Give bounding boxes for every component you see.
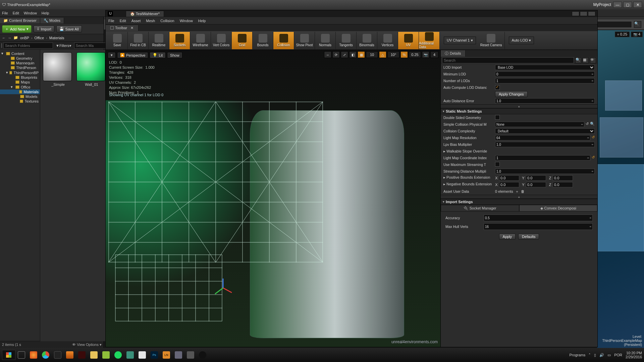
neg-bounds-label[interactable]: ▸ Negative Bounds Extension (443, 182, 492, 187)
language-indicator[interactable]: POR (614, 353, 622, 357)
toolbar-collision-button[interactable]: Collision (273, 32, 294, 49)
firefox-icon[interactable] (28, 350, 40, 360)
auto-lod-dropdown[interactable]: Auto LOD ▾ (509, 37, 534, 44)
save-all-button[interactable]: 💾 Save All (56, 25, 82, 33)
reset-camera-button[interactable]: Reset Camera (478, 32, 505, 49)
menu-help[interactable]: Help (42, 11, 49, 15)
transform-translate-icon[interactable]: ↔ (324, 51, 331, 58)
menu-window[interactable]: Window (24, 11, 37, 15)
walkable-slope-label[interactable]: ▸ Walkable Slope Override (443, 149, 595, 153)
scale-snap-value[interactable]: 0.25 (409, 51, 421, 58)
toolbar-grid-button[interactable]: Grid (232, 32, 253, 49)
tab-modes[interactable]: 🔧 Modes (40, 18, 64, 23)
toolbar-binormals-button[interactable]: Binormals (357, 32, 377, 49)
editor-menu-help[interactable]: Help (198, 19, 206, 23)
editor-menu-window[interactable]: Window (180, 19, 193, 23)
num-lods-field[interactable]: 1 (495, 78, 595, 83)
tree-node-models[interactable]: Models (0, 94, 40, 99)
socket-manager-tab[interactable]: 🔌 Socket Manager (441, 205, 519, 212)
viewport-dropdown[interactable]: ▾ (108, 52, 116, 58)
simple-collision-field[interactable]: None (495, 122, 584, 127)
crumb-1[interactable]: Office (35, 36, 44, 40)
battery-icon[interactable]: ▭ (607, 353, 611, 357)
volume-icon[interactable]: 🔊 (599, 353, 604, 357)
toolbar-realtime-button[interactable]: Realtime (149, 32, 169, 49)
start-button[interactable] (2, 350, 15, 360)
pos-bounds-y[interactable]: 0.0 (526, 175, 546, 181)
eye-icon[interactable]: 👁 (590, 57, 596, 63)
convex-decomp-tab[interactable]: ◈ Convex Decomposi (519, 205, 598, 212)
neg-bounds-y[interactable]: 0.0 (526, 182, 546, 187)
use-max-stream-checkbox[interactable] (495, 162, 500, 167)
pos-bounds-z[interactable]: 0.0 (553, 175, 573, 181)
lod-import-select[interactable]: Base LOD (495, 65, 595, 70)
clear-elements-icon[interactable]: 🗑 (521, 189, 525, 193)
notepad-icon[interactable] (136, 350, 148, 360)
reset-icon[interactable]: ↺ (586, 122, 589, 127)
folder-search-input[interactable] (3, 43, 53, 49)
maximize-button[interactable]: ▢ (623, 2, 632, 8)
editor-min-button[interactable] (572, 11, 579, 16)
tree-node-office[interactable]: ▾Office (0, 84, 40, 89)
level-cam-speed[interactable]: 📷 4 (631, 32, 643, 37)
double-sided-checkbox[interactable] (495, 115, 500, 120)
import-settings-header[interactable]: Import Settings (441, 199, 597, 205)
lpv-bias-field[interactable]: 1.0 (495, 142, 595, 147)
toolbar-sockets-button[interactable]: Sockets (169, 32, 190, 49)
editor-close-button[interactable] (588, 11, 595, 16)
details-tab[interactable]: ⓘ Details (441, 50, 466, 57)
asset-wall01[interactable]: Wall_01 (76, 52, 107, 339)
tree-node-textures[interactable]: Textures (0, 99, 40, 104)
editor-tab[interactable]: 🏠 TestWahtever* (126, 11, 164, 17)
neg-bounds-x[interactable]: 0.0 (499, 182, 519, 187)
toolbar-vertices-button[interactable]: Vertices (377, 32, 398, 49)
camera-speed-icon[interactable]: 📷 (422, 51, 429, 58)
auto-compute-lod-checkbox[interactable] (495, 85, 500, 90)
convex-apply-button[interactable]: Apply (499, 234, 516, 240)
editor-menu-mesh[interactable]: Mesh (146, 19, 155, 23)
tree-node-maps[interactable]: Maps (0, 80, 40, 84)
neg-bounds-z[interactable]: 0.0 (553, 182, 573, 187)
editor-menu-asset[interactable]: Asset (131, 19, 141, 23)
epic-launcher-icon[interactable] (52, 350, 64, 360)
tray-chevron-icon[interactable]: ˄ (589, 353, 591, 357)
taskview-icon[interactable] (15, 350, 28, 360)
crumb-2[interactable]: Materials (49, 36, 64, 40)
editor-menu-collision[interactable]: Collision (160, 19, 174, 23)
asset-simple[interactable]: _Simple (43, 52, 73, 339)
grid-snap-value[interactable]: 10 (366, 51, 378, 58)
toolbar-bounds-button[interactable]: Bounds (253, 32, 273, 49)
toolbar-vertcolors-button[interactable]: Vert Colors (211, 32, 232, 49)
explorer-icon[interactable] (88, 350, 100, 360)
expand-arrow-icon-2[interactable]: ▴ (441, 195, 597, 199)
transform-scale-icon[interactable]: ⤢ (341, 51, 348, 58)
viewport-perspective-dropdown[interactable]: 🔼 Perspective (117, 52, 148, 58)
app-icon-orange[interactable]: LN (160, 350, 172, 360)
transform-rotate-icon[interactable]: ⟳ (332, 51, 340, 58)
editor-menu-file[interactable]: File (108, 19, 114, 23)
viewport-show-dropdown[interactable]: Show (167, 52, 182, 58)
level-snap-scale[interactable]: ⌗ 0.25 (615, 32, 630, 37)
toolbar-showpivot-button[interactable]: Show Pivot (294, 32, 315, 49)
browse-icon[interactable]: 🔍 (590, 122, 595, 127)
network-icon[interactable]: ▯ (594, 353, 596, 357)
import-button[interactable]: ⇩ Import (34, 25, 54, 33)
close-button[interactable]: ✕ (633, 2, 642, 8)
tree-node-content[interactable]: ▾Content (0, 51, 40, 56)
stream-dist-field[interactable]: 1.0 (495, 169, 595, 174)
toolbar-normals-button[interactable]: Normals (315, 32, 336, 49)
apply-changes-button[interactable]: Apply Changes (495, 91, 528, 97)
chrome-icon[interactable] (40, 350, 52, 360)
menu-file[interactable]: File (2, 11, 8, 15)
app-icon-green[interactable] (100, 350, 112, 360)
toolbar-tangents-button[interactable]: Tangents (336, 32, 357, 49)
minimize-button[interactable]: — (613, 2, 622, 8)
tree-node-blueprints[interactable]: Blueprints (0, 75, 40, 80)
tree-node-materials[interactable]: Materials (0, 89, 40, 94)
collision-complexity-select[interactable]: Default (495, 128, 595, 134)
editor-menu-edit[interactable]: Edit (120, 19, 126, 23)
details-view-icon[interactable]: ▦ (583, 57, 589, 63)
add-new-button[interactable]: ＋ Add New ▾ (2, 25, 32, 33)
accuracy-field[interactable]: 0.5 (484, 215, 593, 221)
grid-snap-toggle[interactable]: ▦ (358, 51, 365, 58)
